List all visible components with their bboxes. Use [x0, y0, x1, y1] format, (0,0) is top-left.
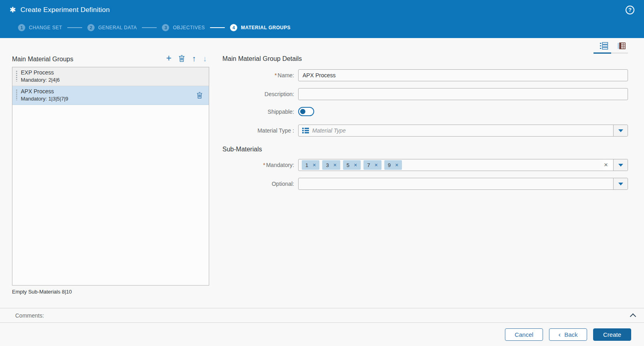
- drag-handle-icon[interactable]: [16, 90, 17, 100]
- step-1-label: CHANGE SET: [29, 25, 62, 30]
- token-remove-icon[interactable]: ×: [354, 162, 357, 168]
- delete-trash-icon[interactable]: [178, 55, 185, 62]
- description-label: Description:: [222, 91, 298, 97]
- create-asterisk-icon: ✱: [10, 5, 16, 14]
- step-general-data[interactable]: 2 GENERAL DATA: [87, 24, 137, 31]
- optional-dropdown-button[interactable]: [613, 178, 628, 189]
- page-title: Create Experiment Definition: [20, 6, 110, 14]
- list-item-text: EXP Process Mandatory: 2|4|6: [21, 69, 60, 83]
- material-type-list-icon: [302, 127, 309, 134]
- step-3-number: 3: [162, 24, 169, 31]
- main-content: Main Material Groups + ↑ ↓ EXP Process M…: [0, 38, 644, 308]
- shippable-label: Shippable:: [222, 109, 298, 115]
- step-2-number: 2: [87, 24, 95, 31]
- optional-field-box[interactable]: [298, 178, 628, 190]
- mandatory-field-box[interactable]: 1× 3× 5× 7× 9× ×: [298, 159, 628, 171]
- material-type-row: Material Type :: [222, 125, 628, 137]
- material-type-dropdown-button[interactable]: [613, 125, 628, 136]
- item-name: APX Process: [21, 88, 68, 95]
- app-header: ✱ Create Experiment Definition ? 1 CHANG…: [0, 0, 644, 38]
- token-remove-icon[interactable]: ×: [395, 162, 398, 168]
- view-switcher-track: [594, 52, 628, 54]
- move-up-icon[interactable]: ↑: [192, 54, 196, 62]
- action-bar: Cancel ‹ Back Create: [0, 323, 644, 346]
- token-remove-icon[interactable]: ×: [375, 162, 378, 168]
- chevron-down-icon: [618, 183, 623, 185]
- step-connector: [142, 27, 157, 28]
- form-view-icon[interactable]: [600, 42, 608, 50]
- table-view-icon[interactable]: [618, 42, 626, 50]
- optional-label: Optional:: [222, 181, 298, 187]
- step-change-set[interactable]: 1 CHANGE SET: [18, 24, 62, 31]
- row-delete-trash-icon[interactable]: [196, 92, 203, 99]
- main-material-groups-panel: Main Material Groups + ↑ ↓ EXP Process M…: [12, 38, 209, 308]
- list-toolbar: + ↑ ↓: [166, 54, 209, 63]
- step-material-groups[interactable]: 4 MATERIAL GROUPS: [230, 24, 291, 31]
- material-groups-list: EXP Process Mandatory: 2|4|6 APX Process…: [12, 67, 209, 286]
- view-switcher: [222, 42, 628, 54]
- active-view-indicator: [594, 52, 611, 54]
- collapse-chevron-up-icon[interactable]: [630, 314, 636, 320]
- list-item-apx-process[interactable]: APX Process Mandatory: 1|3|5|7|9: [12, 86, 209, 105]
- item-name: EXP Process: [21, 69, 60, 76]
- list-item-exp-process[interactable]: EXP Process Mandatory: 2|4|6: [12, 67, 209, 86]
- step-objectives[interactable]: 3 OBJECTIVES: [162, 24, 205, 31]
- step-4-number: 4: [230, 24, 237, 31]
- name-field-box: [298, 69, 628, 81]
- mandatory-label: *Mandatory:: [222, 162, 298, 168]
- material-type-label: Material Type :: [222, 127, 298, 134]
- chevron-down-icon: [618, 129, 623, 132]
- mandatory-row: *Mandatory: 1× 3× 5× 7× 9× ×: [222, 159, 628, 171]
- back-button[interactable]: ‹ Back: [549, 328, 587, 341]
- description-field-box: [298, 88, 628, 100]
- list-item-text: APX Process Mandatory: 1|3|5|7|9: [21, 88, 68, 102]
- details-section-title: Main Material Group Details: [222, 55, 628, 62]
- token-3[interactable]: 3×: [322, 160, 340, 170]
- clear-all-icon[interactable]: ×: [599, 159, 613, 171]
- required-marker: *: [275, 72, 277, 78]
- mandatory-dropdown-button[interactable]: [613, 159, 628, 171]
- optional-input[interactable]: [299, 178, 613, 189]
- create-experiment-definition-dialog: ✱ Create Experiment Definition ? 1 CHANG…: [0, 0, 644, 346]
- sub-materials-section-title: Sub-Materials: [222, 146, 628, 153]
- list-header: Main Material Groups + ↑ ↓: [12, 52, 209, 63]
- help-icon[interactable]: ?: [626, 6, 634, 14]
- step-1-number: 1: [18, 24, 25, 31]
- create-button[interactable]: Create: [593, 328, 631, 341]
- token-9[interactable]: 9×: [384, 160, 402, 170]
- step-3-label: OBJECTIVES: [173, 25, 205, 30]
- token-1[interactable]: 1×: [302, 160, 319, 170]
- cancel-button[interactable]: Cancel: [505, 328, 543, 341]
- drag-handle-icon[interactable]: [16, 71, 17, 81]
- token-5[interactable]: 5×: [343, 160, 361, 170]
- item-subtitle: Mandatory: 2|4|6: [21, 77, 60, 83]
- description-row: Description:: [222, 88, 628, 100]
- optional-row: Optional:: [222, 178, 628, 190]
- title-bar: ✱ Create Experiment Definition ?: [10, 0, 634, 20]
- step-4-label: MATERIAL GROUPS: [241, 25, 291, 30]
- material-type-field-box: [298, 125, 628, 137]
- material-type-input[interactable]: [311, 125, 613, 136]
- toggle-knob-icon: [300, 109, 305, 114]
- shippable-toggle[interactable]: [298, 107, 314, 116]
- name-row: *Name:: [222, 69, 628, 81]
- add-icon[interactable]: +: [166, 54, 172, 63]
- comments-label: Comments:: [15, 312, 44, 319]
- list-title: Main Material Groups: [12, 56, 73, 63]
- token-remove-icon[interactable]: ×: [333, 162, 337, 168]
- chevron-left-icon: ‹: [558, 331, 561, 338]
- move-down-icon[interactable]: ↓: [203, 54, 207, 62]
- token-7[interactable]: 7×: [363, 160, 381, 170]
- wizard-steps: 1 CHANGE SET 2 GENERAL DATA 3 OBJECTIVES…: [10, 20, 634, 36]
- token-list: 1× 3× 5× 7× 9× ×: [299, 159, 613, 171]
- step-2-label: GENERAL DATA: [98, 25, 137, 30]
- name-input[interactable]: [299, 70, 628, 81]
- comments-bar[interactable]: Comments:: [0, 308, 644, 323]
- name-label: *Name:: [222, 72, 298, 78]
- token-remove-icon[interactable]: ×: [313, 162, 316, 168]
- shippable-row: Shippable:: [222, 107, 628, 116]
- description-input[interactable]: [299, 89, 628, 100]
- chevron-down-icon: [618, 164, 623, 167]
- step-connector: [210, 27, 225, 28]
- details-panel: Main Material Group Details *Name: Descr…: [209, 38, 631, 308]
